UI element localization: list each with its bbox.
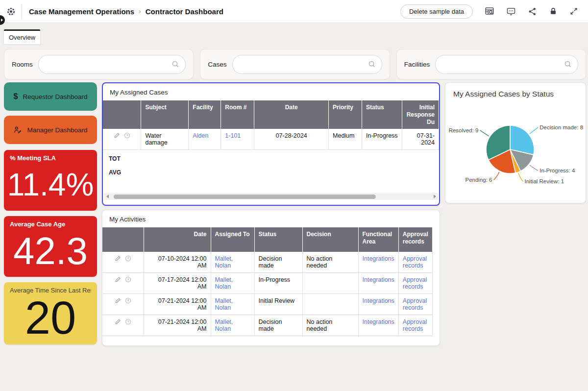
- cell-text: Medium: [333, 132, 354, 139]
- search-icon: [564, 60, 572, 68]
- pie-label: Pending: 6: [466, 177, 492, 183]
- cell-link[interactable]: Alden: [193, 132, 208, 139]
- summary-row-label: AVG: [109, 166, 439, 179]
- pie-leader-line: [518, 173, 523, 181]
- assigned-case-row[interactable]: Water damageAlden1-10107-28-2024MediumIn…: [103, 129, 439, 150]
- search-icon: [172, 60, 179, 68]
- status-pie-chart: Decision made: 8In-Progress: 4Initial Re…: [445, 100, 586, 201]
- gear-icon[interactable]: [0, 7, 22, 16]
- history-icon[interactable]: [125, 255, 131, 263]
- cases-search-input[interactable]: [233, 55, 382, 73]
- pie-leader-line: [494, 172, 499, 180]
- cell-link[interactable]: Integrations: [363, 276, 394, 283]
- cell-link[interactable]: Approval records: [403, 318, 427, 332]
- column-header: Status: [254, 227, 302, 252]
- cell-link[interactable]: Approval records: [403, 255, 427, 269]
- cell-text: Initial Review: [259, 297, 295, 304]
- share-icon[interactable]: [528, 7, 537, 16]
- dollar-icon: $: [14, 92, 18, 101]
- my-assigned-cases-panel: My Assigned Cases SubjectFacilityRoom #D…: [102, 82, 440, 206]
- panel-title: My Activities: [102, 210, 440, 227]
- app-header: Case Management Operations › Contractor …: [0, 0, 588, 23]
- column-header: [102, 227, 144, 252]
- my-activities-panel: My Activities DateAssigned ToStatusDecis…: [102, 210, 440, 346]
- assigned-cases-table: SubjectFacilityRoom #DatePriorityStatusI…: [103, 100, 439, 150]
- edit-icon[interactable]: [114, 132, 120, 140]
- history-icon[interactable]: [125, 276, 131, 284]
- cell-link[interactable]: Mallet, Nolan: [215, 297, 233, 311]
- edit-icon[interactable]: [115, 318, 121, 326]
- history-icon[interactable]: [124, 132, 130, 140]
- kpi-title: Average Case Age: [10, 220, 91, 228]
- pie-leader-line: [530, 127, 538, 134]
- pie-leader-line: [480, 130, 489, 136]
- filter-bar: Rooms Cases Facilities: [4, 49, 586, 79]
- pie-label: Decision made: 8: [539, 124, 583, 130]
- report-search-icon[interactable]: [485, 6, 494, 16]
- search-icon: [368, 60, 376, 68]
- cell-text: 07-21-2024 12:00 AM: [158, 318, 207, 332]
- pie-label: Resolved: 9: [449, 127, 479, 133]
- cell-link[interactable]: Integrations: [363, 297, 394, 304]
- expand-icon[interactable]: [569, 7, 578, 16]
- header-divider: [22, 4, 22, 19]
- cell-link[interactable]: Integrations: [363, 318, 394, 325]
- cell-link[interactable]: Approval records: [403, 297, 427, 311]
- summary-rows: TOTAVG: [103, 150, 439, 179]
- edit-icon[interactable]: [115, 297, 121, 305]
- lock-icon[interactable]: [549, 7, 558, 16]
- pie-label: In-Progress: 4: [539, 168, 575, 173]
- rooms-label: Rooms: [12, 61, 33, 68]
- pie-leader-line: [530, 165, 538, 171]
- kpi-value: 20: [10, 294, 91, 342]
- scroll-right-arrow[interactable]: [431, 193, 438, 200]
- summary-row-label: TOT: [109, 152, 439, 166]
- manager-dashboard-label: Manager Dashboard: [27, 126, 87, 134]
- column-header: Subject: [141, 100, 189, 129]
- tab-overview[interactable]: Overview: [4, 29, 40, 44]
- scrollbar-thumb[interactable]: [114, 195, 376, 199]
- activities-table: DateAssigned ToStatusDecisionFunctional …: [102, 227, 433, 336]
- column-header: Assigned To: [211, 227, 254, 252]
- kpi-average-case-age: Average Case Age 42.3: [4, 216, 97, 277]
- column-header: Functional Area: [358, 227, 398, 252]
- scroll-left-arrow[interactable]: [104, 193, 111, 200]
- presentation-icon[interactable]: [506, 6, 516, 16]
- filter-card-facilities: Facilities: [396, 49, 586, 79]
- cell-link[interactable]: Approval records: [403, 276, 427, 290]
- horizontal-scrollbar: [104, 193, 438, 200]
- filter-card-rooms: Rooms: [4, 49, 194, 79]
- cell-text: No action needed: [307, 255, 333, 269]
- cell-link[interactable]: Mallet, Nolan: [215, 255, 233, 269]
- activity-row[interactable]: 07-17-2024 12:00 AMMallet, NolanIn-Progr…: [102, 273, 432, 294]
- activity-row[interactable]: 07-10-2024 12:00 AMMallet, NolanDecision…: [102, 252, 432, 273]
- edit-icon[interactable]: [115, 255, 121, 263]
- requestor-dashboard-button[interactable]: $ Requestor Dashboard: [4, 82, 97, 111]
- history-icon[interactable]: [125, 297, 131, 305]
- rooms-search-input[interactable]: [39, 55, 186, 73]
- activity-row[interactable]: 07-21-2024 12:00 AMMallet, NolanInitial …: [102, 294, 432, 315]
- column-header: Initial Response Du: [402, 100, 439, 129]
- column-header: Status: [362, 100, 402, 129]
- breadcrumb-root[interactable]: Case Management Operations: [29, 7, 134, 16]
- history-icon[interactable]: [125, 318, 131, 326]
- facilities-label: Facilities: [404, 61, 430, 68]
- pie-label: Initial Review: 1: [525, 178, 564, 184]
- cases-label: Cases: [208, 61, 226, 68]
- cell-text: 07-28-2024: [276, 132, 307, 139]
- cell-text: Decision made: [259, 318, 282, 332]
- column-header: Facility: [189, 100, 221, 129]
- breadcrumb: Case Management Operations › Contractor …: [29, 7, 223, 16]
- facilities-search-input[interactable]: [436, 55, 578, 73]
- edit-icon[interactable]: [115, 276, 121, 284]
- cell-link[interactable]: Mallet, Nolan: [215, 276, 233, 290]
- activity-row[interactable]: 07-21-2024 12:00 AMMallet, NolanDecision…: [102, 315, 432, 336]
- cell-link[interactable]: Integrations: [363, 255, 394, 262]
- scrollbar-track[interactable]: [111, 193, 431, 200]
- requestor-dashboard-label: Requestor Dashboard: [23, 93, 87, 100]
- cell-link[interactable]: 1-101: [225, 132, 241, 139]
- cell-text: 07-21-2024 12:00 AM: [158, 297, 207, 311]
- cell-link[interactable]: Mallet, Nolan: [215, 318, 233, 332]
- manager-dashboard-button[interactable]: Manager Dashboard: [4, 116, 97, 144]
- delete-sample-data-button[interactable]: Delete sample data: [400, 4, 473, 19]
